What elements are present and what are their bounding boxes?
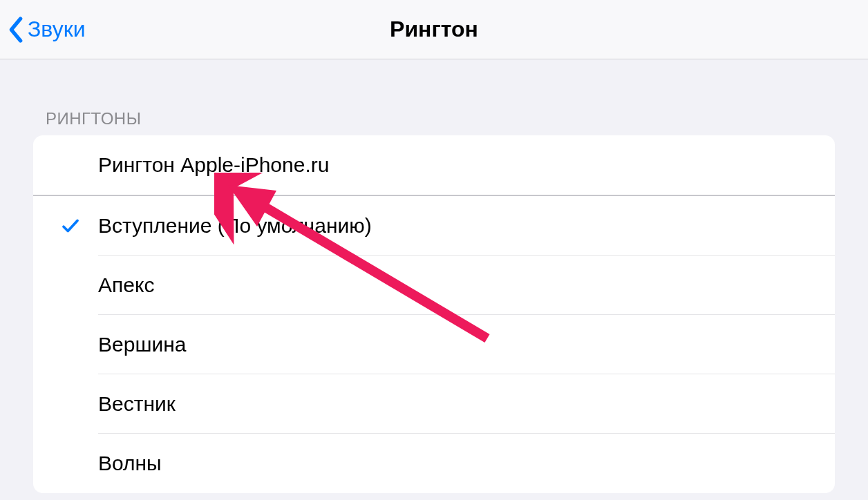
- ringtone-label: Рингтон Apple-iPhone.ru: [98, 135, 835, 195]
- ringtone-label: Вестник: [98, 374, 835, 434]
- custom-ringtones-group: Рингтон Apple-iPhone.ru: [33, 135, 835, 196]
- ringtone-row-default[interactable]: Вступление (По умолчанию): [33, 196, 835, 256]
- ringtone-row-custom[interactable]: Рингтон Apple-iPhone.ru: [33, 135, 835, 195]
- section-header: РИНГТОНЫ: [0, 59, 868, 135]
- page-title: Рингтон: [0, 17, 868, 42]
- ringtone-label: Вступление (По умолчанию): [98, 196, 835, 256]
- ringtone-list: Рингтон Apple-iPhone.ru Вступление (По у…: [33, 135, 835, 493]
- selection-indicator: [43, 215, 98, 236]
- ringtone-row[interactable]: Апекс: [33, 256, 835, 315]
- nav-header: Звуки Рингтон: [0, 0, 868, 59]
- ringtone-row[interactable]: Вершина: [33, 315, 835, 374]
- checkmark-icon: [60, 215, 81, 236]
- back-button[interactable]: Звуки: [7, 0, 86, 59]
- ringtone-row[interactable]: Вестник: [33, 374, 835, 434]
- ringtone-label: Вершина: [98, 315, 835, 374]
- back-label: Звуки: [28, 17, 86, 42]
- ringtone-label: Волны: [98, 434, 835, 493]
- ringtone-row[interactable]: Волны: [33, 434, 835, 493]
- chevron-left-icon: [7, 16, 25, 44]
- ringtone-label: Апекс: [98, 256, 835, 315]
